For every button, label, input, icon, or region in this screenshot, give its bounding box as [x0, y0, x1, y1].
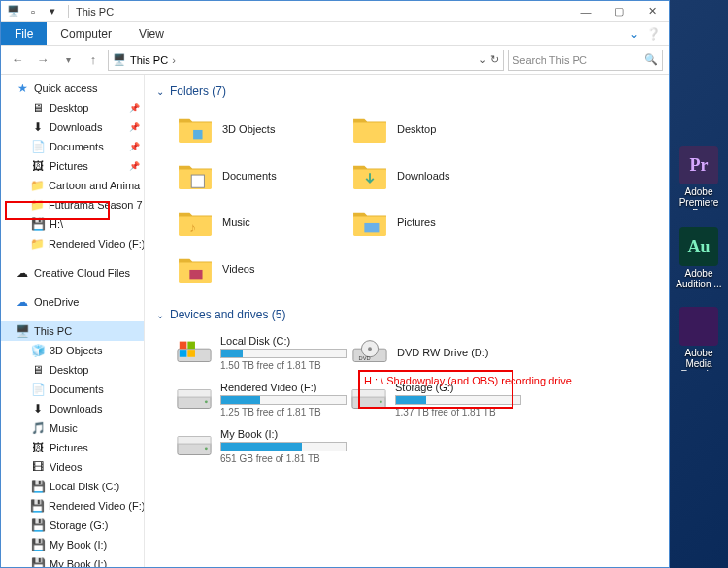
tab-view[interactable]: View — [125, 22, 178, 45]
group-folders[interactable]: ⌄Folders (7) — [145, 81, 669, 102]
desktop-shortcut[interactable]: PrAdobe Premiere P... — [674, 146, 724, 210]
nav-qa-item[interactable]: 🖥Desktop📌 — [1, 98, 144, 117]
nav-qa-item[interactable]: 📁Rendered Video (F:) — [1, 234, 144, 253]
drive-tile[interactable]: My Book (I:)651 GB free of 1.81 TB — [172, 422, 347, 469]
folder-icon — [350, 110, 389, 149]
svg-rect-4 — [189, 270, 202, 279]
drive-icon — [176, 426, 213, 465]
nav-back-button[interactable]: ← — [7, 50, 28, 71]
group-drives[interactable]: ⌄Devices and drives (5) — [145, 304, 669, 325]
search-icon: 🔍 — [645, 53, 658, 66]
folder-tile[interactable]: Desktop — [347, 106, 521, 152]
folder-tile[interactable]: 3D Objects — [172, 106, 347, 152]
folder-icon — [176, 110, 215, 149]
svg-rect-7 — [187, 342, 195, 350]
nav-pc-item[interactable]: 🖥Desktop — [1, 360, 144, 380]
drive-icon — [176, 333, 213, 372]
nav-quick-access[interactable]: ★Quick access — [1, 79, 144, 98]
ribbon: File Computer View ⌄❔ — [1, 22, 669, 46]
search-input[interactable]: Search This PC 🔍 — [508, 50, 663, 71]
nav-pc-item[interactable]: 💾Rendered Video (F:) — [1, 496, 144, 516]
nav-up-button[interactable]: ↑ — [83, 50, 104, 71]
folder-icon — [350, 203, 389, 242]
qat-btn[interactable]: ▫ — [24, 4, 42, 19]
svg-rect-18 — [352, 390, 385, 398]
drive-tile[interactable]: Local Disk (C:)1.50 TB free of 1.81 TB — [172, 329, 347, 376]
close-button[interactable]: ✕ — [636, 1, 669, 22]
qat-dropdown[interactable]: ▾ — [44, 4, 61, 19]
nav-qa-item[interactable]: 🖼Pictures📌 — [1, 156, 144, 176]
folder-tile[interactable]: Documents — [172, 152, 347, 199]
address-bar: ← → ▾ ↑ 🖥️ This PC ⌄ ↻ Search This PC 🔍 — [1, 46, 669, 75]
svg-rect-9 — [187, 350, 195, 357]
nav-pc-item[interactable]: ⬇Downloads — [1, 399, 144, 418]
maximize-button[interactable]: ▢ — [603, 1, 636, 22]
svg-rect-8 — [180, 350, 187, 357]
svg-rect-0 — [193, 130, 202, 139]
address-field[interactable]: 🖥️ This PC ⌄ ↻ — [108, 50, 504, 71]
folder-icon — [176, 156, 215, 195]
folder-icon: ♪ — [176, 203, 215, 242]
svg-rect-1 — [191, 175, 204, 187]
nav-pc-item[interactable]: 📄Documents — [1, 380, 144, 399]
nav-qa-item[interactable]: 📁Cartoon and Anima — [1, 176, 144, 195]
explorer-window: 🖥️ ▫ ▾ This PC — ▢ ✕ File Computer View … — [0, 0, 670, 568]
folder-tile[interactable]: Pictures — [347, 199, 521, 246]
content-pane[interactable]: ⌄Folders (7) 3D ObjectsDesktopDocumentsD… — [145, 75, 669, 567]
help-icon[interactable]: ❔ — [646, 27, 661, 41]
tab-computer[interactable]: Computer — [47, 22, 125, 45]
titlebar[interactable]: 🖥️ ▫ ▾ This PC — ▢ ✕ — [1, 1, 669, 22]
tab-file[interactable]: File — [1, 22, 47, 45]
folder-tile[interactable]: ♪Music — [172, 199, 347, 246]
desktop-shortcuts: PrAdobe Premiere P...AuAdobe Audition ..… — [674, 146, 724, 371]
address-icon: 🖥️ — [113, 53, 126, 66]
svg-text:DVD: DVD — [359, 355, 371, 361]
ribbon-expand-icon[interactable]: ⌄ — [629, 27, 639, 41]
nav-pc-item[interactable]: 🎵Music — [1, 418, 144, 438]
window-title: This PC — [72, 6, 114, 17]
desktop-shortcut[interactable]: AuAdobe Audition ... — [674, 227, 724, 289]
drive-icon — [176, 380, 213, 418]
app-icon: 🖥️ — [5, 4, 22, 19]
folder-tile[interactable]: Videos — [172, 246, 347, 292]
nav-pc-item[interactable]: 💾Storage (G:) — [1, 516, 144, 535]
drive-tile[interactable]: Rendered Video (F:)1.25 TB free of 1.81 … — [172, 376, 347, 422]
svg-point-22 — [205, 447, 208, 450]
svg-rect-21 — [178, 437, 211, 445]
nav-recent-button[interactable]: ▾ — [57, 50, 79, 71]
folder-tile[interactable]: Downloads — [347, 152, 521, 199]
folder-icon — [176, 250, 215, 288]
nav-pc-item[interactable]: 💾My Book (I:) — [1, 535, 144, 554]
svg-rect-15 — [178, 390, 211, 398]
nav-pc-item[interactable]: 🎞Videos — [1, 457, 144, 477]
nav-forward-button[interactable]: → — [32, 50, 53, 71]
refresh-icon[interactable]: ↻ — [490, 53, 499, 65]
svg-point-16 — [205, 400, 208, 403]
drive-icon: DVD — [350, 333, 389, 372]
svg-point-12 — [368, 347, 372, 351]
drive-tile[interactable]: DVDDVD RW Drive (D:) — [347, 329, 521, 376]
nav-pc-item[interactable]: 💾My Book (I:) — [1, 554, 144, 567]
svg-rect-6 — [180, 342, 187, 350]
svg-rect-3 — [364, 223, 379, 232]
address-dropdown-icon[interactable]: ⌄ — [479, 53, 487, 65]
minimize-button[interactable]: — — [570, 1, 603, 22]
svg-text:♪: ♪ — [189, 220, 196, 235]
breadcrumb[interactable]: This PC — [130, 54, 176, 66]
nav-qa-item[interactable]: ⬇Downloads📌 — [1, 117, 144, 137]
nav-onedrive[interactable]: ☁OneDrive — [1, 292, 144, 312]
nav-pc-item[interactable]: 🧊3D Objects — [1, 341, 144, 360]
desktop-shortcut[interactable]: Adobe Media Encoder CC... — [674, 307, 724, 371]
nav-pc-item[interactable]: 💾Local Disk (C:) — [1, 477, 144, 496]
nav-tree[interactable]: ★Quick access 🖥Desktop📌⬇Downloads📌📄Docum… — [1, 75, 145, 567]
folder-icon — [350, 156, 389, 195]
nav-qa-item[interactable]: 💾H:\ — [1, 215, 144, 234]
nav-this-pc[interactable]: 🖥️This PC — [1, 321, 144, 341]
nav-pc-item[interactable]: 🖼Pictures — [1, 438, 144, 457]
nav-qa-item[interactable]: 📁Futurama Season 7 — [1, 195, 144, 215]
svg-point-19 — [380, 400, 382, 403]
annotation-text: H : \ Shadowplay (and OBS) recording dri… — [364, 374, 572, 387]
nav-qa-item[interactable]: 📄Documents📌 — [1, 137, 144, 156]
nav-creative-cloud[interactable]: ☁Creative Cloud Files — [1, 263, 144, 283]
